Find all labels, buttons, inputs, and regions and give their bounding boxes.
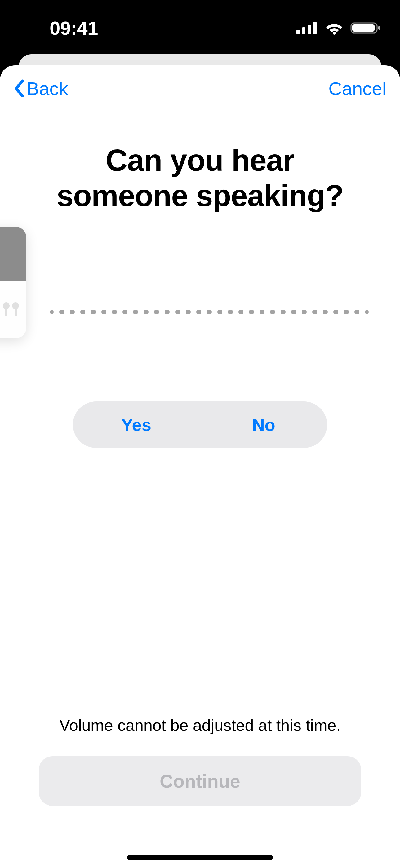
status-time: 09:41 [25, 17, 98, 39]
yes-no-control: Yes No [73, 401, 327, 448]
continue-button[interactable]: Continue [39, 756, 361, 806]
back-label: Back [27, 78, 68, 99]
no-button[interactable]: No [200, 401, 327, 448]
svg-rect-1 [302, 27, 305, 34]
yes-button[interactable]: Yes [73, 401, 200, 448]
battery-icon [351, 21, 381, 35]
cellular-icon [296, 21, 318, 35]
page-title: Can you hear someone speaking? [12, 143, 388, 213]
status-bar: 09:41 [0, 0, 400, 56]
svg-rect-7 [378, 26, 380, 30]
heading-line-2: someone speaking? [57, 179, 343, 213]
status-icons [296, 21, 381, 35]
svg-point-4 [333, 32, 336, 35]
svg-rect-3 [313, 22, 316, 34]
footer-note: Volume cannot be adjusted at this time. [0, 716, 400, 735]
home-indicator [127, 855, 273, 860]
heading-line-1: Can you hear [106, 143, 295, 177]
svg-rect-6 [352, 24, 374, 32]
cancel-button[interactable]: Cancel [328, 78, 386, 99]
wifi-icon [324, 21, 344, 35]
airpods-icon [2, 302, 20, 317]
volume-widget [0, 227, 26, 338]
modal-sheet: Back Cancel Can you hear someone speakin… [0, 65, 400, 868]
back-button[interactable]: Back [14, 78, 68, 99]
svg-rect-2 [308, 25, 311, 34]
audio-waveform [12, 310, 388, 314]
chevron-left-icon [14, 79, 25, 98]
volume-fill [0, 227, 26, 281]
volume-device [0, 281, 26, 338]
nav-bar: Back Cancel [12, 65, 388, 112]
svg-rect-0 [296, 30, 300, 34]
